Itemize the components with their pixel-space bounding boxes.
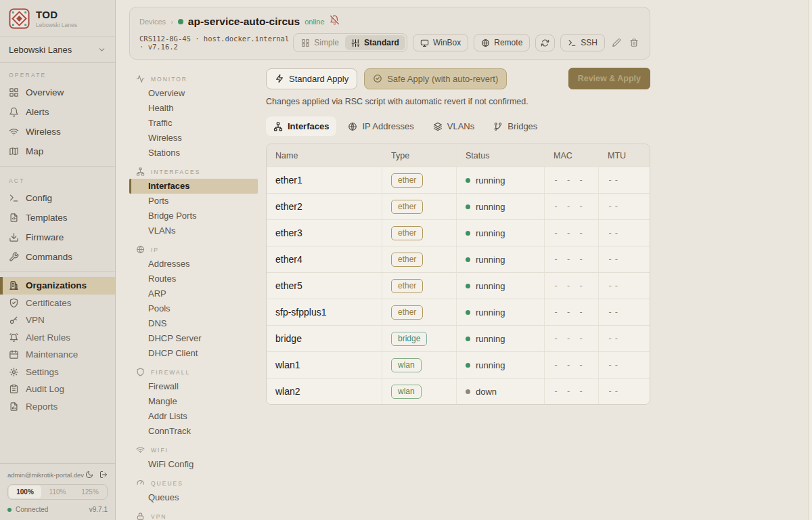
trash-icon	[629, 38, 639, 47]
device-nav-header-interfaces: INTERFACES	[129, 165, 266, 179]
device-nav-item-stations[interactable]: Stations	[129, 146, 258, 160]
zoom-option-110[interactable]: 110%	[41, 485, 74, 498]
tab-bridges[interactable]: Bridges	[486, 116, 545, 136]
device-nav-item-conntrack[interactable]: ConnTrack	[129, 424, 258, 439]
zoom-option-125[interactable]: 125%	[74, 485, 106, 498]
device-nav-item-arp[interactable]: ARP	[129, 286, 258, 301]
map-icon	[9, 146, 19, 156]
sidebar-item-commands[interactable]: Commands	[0, 247, 115, 267]
column-header-name: Name	[267, 144, 382, 167]
file-code-icon	[9, 213, 19, 223]
device-nav-item-pools[interactable]: Pools	[129, 301, 258, 316]
mac-cell: - - -	[544, 352, 598, 378]
remote-button[interactable]: Remote	[474, 34, 530, 51]
tab-ip-addresses[interactable]: IP Addresses	[340, 116, 421, 136]
device-nav-item-queues[interactable]: Queues	[129, 490, 258, 505]
device-nav-item-firewall[interactable]: Firewall	[129, 379, 258, 394]
device-nav-item-interfaces[interactable]: Interfaces	[129, 179, 258, 194]
gauge-icon	[136, 479, 145, 488]
device-nav-item-overview[interactable]: Overview	[129, 86, 258, 101]
view-simple-button[interactable]: Simple	[295, 35, 345, 50]
sidebar-item-map[interactable]: Map	[0, 142, 115, 161]
view-standard-button[interactable]: Standard	[345, 35, 405, 50]
device-nav-item-dhcp-server[interactable]: DHCP Server	[129, 331, 258, 346]
mtu-cell: --	[598, 299, 650, 325]
sidebar-item-firmware[interactable]: Firmware	[0, 228, 115, 247]
standard-apply-label: Standard Apply	[289, 74, 348, 84]
device-nav-item-addresses[interactable]: Addresses	[129, 257, 258, 272]
sliders-icon	[351, 39, 360, 47]
layers-icon	[433, 122, 443, 131]
sidebar-item-maintenance[interactable]: Maintenance	[0, 346, 115, 364]
moon-icon[interactable]	[85, 471, 93, 479]
sidebar-item-vpn[interactable]: VPN	[0, 311, 115, 329]
bell-slash-icon[interactable]	[330, 15, 340, 28]
device-nav-item-wireless[interactable]: Wireless	[129, 131, 258, 146]
table-row[interactable]: wlan2 wlan down - - - --	[267, 378, 650, 404]
device-nav-item-ports[interactable]: Ports	[129, 194, 258, 209]
tab-vlans[interactable]: VLANs	[426, 116, 482, 136]
sidebar-item-wireless[interactable]: Wireless	[0, 122, 115, 142]
sidebar-item-reports[interactable]: Reports	[0, 398, 115, 416]
device-nav-item-traffic[interactable]: Traffic	[129, 116, 258, 131]
sidebar-item-templates[interactable]: Templates	[0, 208, 115, 228]
type-badge: ether	[391, 279, 423, 293]
sidebar-item-overview[interactable]: Overview	[0, 83, 115, 102]
device-nav-item-health[interactable]: Health	[129, 101, 258, 116]
tab-interfaces[interactable]: Interfaces	[266, 116, 336, 136]
refresh-button[interactable]	[535, 35, 555, 51]
status-cell: running	[466, 202, 505, 212]
device-nav-item-vlans[interactable]: VLANs	[129, 223, 258, 238]
device-nav-item-routes[interactable]: Routes	[129, 272, 258, 286]
safe-apply-button[interactable]: Safe Apply (with auto-revert)	[364, 68, 507, 89]
table-row[interactable]: wlan1 wlan running - - - --	[267, 351, 650, 378]
device-nav-item-mangle[interactable]: Mangle	[129, 394, 258, 409]
table-row[interactable]: bridge bridge running - - - --	[267, 325, 650, 351]
zoom-option-100[interactable]: 100%	[9, 485, 41, 498]
breadcrumb[interactable]: Devices	[139, 18, 166, 26]
view-simple-label: Simple	[314, 38, 339, 47]
sidebar-item-organizations[interactable]: Organizations	[0, 277, 115, 295]
sidebar-nav: OPERATE Overview Alerts Wireless Map ACT	[0, 63, 115, 415]
wifi-icon	[136, 446, 145, 454]
table-row[interactable]: ether3 ether running - - - --	[267, 219, 650, 246]
table-row[interactable]: ether1 ether running - - - --	[267, 167, 650, 193]
sidebar-item-label: Audit Log	[26, 384, 64, 394]
device-nav-item-addr-lists[interactable]: Addr Lists	[129, 409, 258, 424]
standard-apply-button[interactable]: Standard Apply	[266, 68, 357, 89]
scrollbar-track[interactable]	[808, 0, 812, 520]
sidebar-item-alerts[interactable]: Alerts	[0, 102, 115, 122]
shield-check-icon	[373, 74, 382, 83]
sidebar-item-settings[interactable]: Settings	[0, 364, 115, 381]
device-nav-item-wifi-config[interactable]: WiFi Config	[129, 457, 258, 472]
logout-icon[interactable]	[99, 471, 108, 479]
device-name: ap-service-auto-circus	[188, 16, 300, 28]
table-row[interactable]: sfp-sfpplus1 ether running - - - --	[267, 299, 650, 325]
org-selector[interactable]: Lebowski Lanes	[0, 37, 115, 63]
table-row[interactable]: ether5 ether running - - - --	[267, 272, 650, 299]
status-dot	[466, 389, 470, 394]
sidebar-item-alert-rules[interactable]: Alert Rules	[0, 329, 115, 347]
review-apply-button[interactable]: Review & Apply	[568, 68, 650, 89]
winbox-button[interactable]: WinBox	[413, 34, 468, 51]
table-row[interactable]: ether2 ether running - - - --	[267, 193, 650, 219]
device-nav-item-dns[interactable]: DNS	[129, 316, 258, 331]
activity-icon	[136, 74, 145, 83]
status-dot	[466, 337, 470, 341]
sidebar-item-config[interactable]: Config	[0, 188, 115, 208]
mtu-cell: --	[598, 352, 650, 378]
table-header: Name Type Status MAC MTU	[267, 144, 650, 167]
delete-device-button[interactable]	[628, 37, 640, 49]
mtu-cell: --	[598, 194, 650, 219]
sidebar-item-certificates[interactable]: Certificates	[0, 295, 115, 312]
mac-cell: - - -	[544, 378, 598, 404]
device-nav-item-dhcp-client[interactable]: DHCP Client	[129, 346, 258, 361]
sidebar-item-audit-log[interactable]: Audit Log	[0, 381, 115, 398]
app-logo-icon	[9, 8, 30, 29]
edit-device-button[interactable]	[610, 37, 623, 49]
ssh-button[interactable]: SSH	[560, 34, 605, 51]
main-panel: Standard Apply Safe Apply (with auto-rev…	[266, 68, 650, 520]
device-nav-item-bridge-ports[interactable]: Bridge Ports	[129, 209, 258, 223]
status-dot	[466, 284, 470, 288]
table-row[interactable]: ether4 ether running - - - --	[267, 246, 650, 272]
